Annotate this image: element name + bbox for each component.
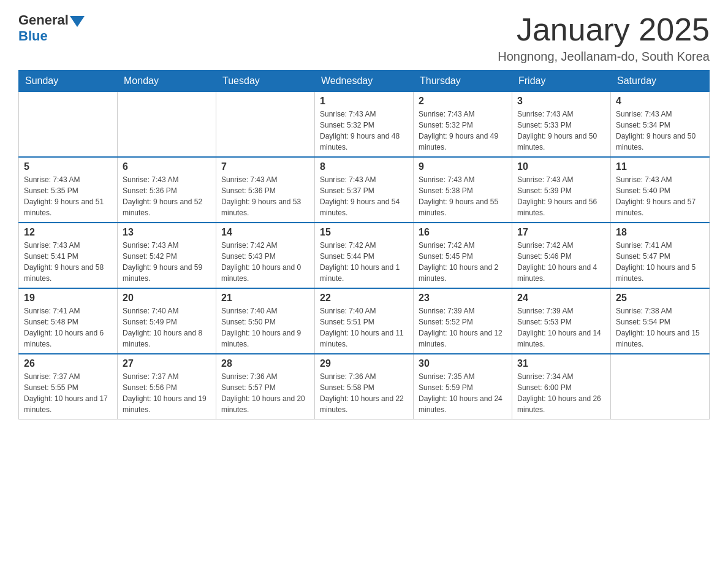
day-number: 10: [517, 161, 605, 172]
calendar-week-row: 26Sunrise: 7:37 AM Sunset: 5:55 PM Dayli…: [19, 354, 710, 419]
calendar-cell: 7Sunrise: 7:43 AM Sunset: 5:36 PM Daylig…: [216, 157, 315, 223]
day-number: 29: [320, 358, 408, 369]
calendar-cell: 17Sunrise: 7:42 AM Sunset: 5:46 PM Dayli…: [512, 223, 611, 288]
day-number: 25: [616, 293, 704, 304]
day-info: Sunrise: 7:43 AM Sunset: 5:34 PM Dayligh…: [616, 109, 704, 153]
calendar-cell: 15Sunrise: 7:42 AM Sunset: 5:44 PM Dayli…: [315, 223, 414, 288]
day-info: Sunrise: 7:40 AM Sunset: 5:50 PM Dayligh…: [221, 305, 309, 350]
day-number: 24: [517, 293, 605, 304]
day-info: Sunrise: 7:36 AM Sunset: 5:58 PM Dayligh…: [320, 371, 408, 415]
calendar-cell: 6Sunrise: 7:43 AM Sunset: 5:36 PM Daylig…: [118, 157, 216, 223]
calendar-cell: 23Sunrise: 7:39 AM Sunset: 5:52 PM Dayli…: [414, 288, 512, 354]
calendar-week-row: 5Sunrise: 7:43 AM Sunset: 5:35 PM Daylig…: [19, 157, 710, 223]
weekday-header-tuesday: Tuesday: [216, 71, 315, 92]
day-info: Sunrise: 7:41 AM Sunset: 5:47 PM Dayligh…: [616, 240, 704, 284]
day-info: Sunrise: 7:39 AM Sunset: 5:53 PM Dayligh…: [517, 305, 605, 350]
calendar-cell: 21Sunrise: 7:40 AM Sunset: 5:50 PM Dayli…: [216, 288, 315, 354]
calendar-cell: 14Sunrise: 7:42 AM Sunset: 5:43 PM Dayli…: [216, 223, 315, 288]
day-info: Sunrise: 7:43 AM Sunset: 5:36 PM Dayligh…: [123, 174, 211, 218]
weekday-header-friday: Friday: [512, 71, 611, 92]
day-number: 16: [419, 227, 507, 238]
calendar-cell: 18Sunrise: 7:41 AM Sunset: 5:47 PM Dayli…: [611, 223, 710, 288]
calendar-week-row: 12Sunrise: 7:43 AM Sunset: 5:41 PM Dayli…: [19, 223, 710, 288]
day-number: 12: [24, 227, 112, 238]
logo-triangle-icon: [70, 16, 85, 27]
calendar-header-row: SundayMondayTuesdayWednesdayThursdayFrid…: [19, 71, 710, 92]
day-number: 20: [123, 293, 211, 304]
day-number: 3: [517, 96, 605, 107]
day-info: Sunrise: 7:35 AM Sunset: 5:59 PM Dayligh…: [419, 371, 507, 415]
day-number: 27: [123, 358, 211, 369]
day-number: 6: [123, 161, 211, 172]
calendar-cell: [19, 92, 118, 158]
day-number: 1: [320, 96, 408, 107]
day-number: 30: [419, 358, 507, 369]
calendar-cell: 29Sunrise: 7:36 AM Sunset: 5:58 PM Dayli…: [315, 354, 414, 419]
day-number: 22: [320, 293, 408, 304]
calendar-cell: 28Sunrise: 7:36 AM Sunset: 5:57 PM Dayli…: [216, 354, 315, 419]
day-number: 7: [221, 161, 309, 172]
calendar-cell: 20Sunrise: 7:40 AM Sunset: 5:49 PM Dayli…: [118, 288, 216, 354]
calendar-cell: 2Sunrise: 7:43 AM Sunset: 5:32 PM Daylig…: [414, 92, 512, 158]
day-info: Sunrise: 7:43 AM Sunset: 5:39 PM Dayligh…: [517, 174, 605, 218]
calendar-cell: 25Sunrise: 7:38 AM Sunset: 5:54 PM Dayli…: [611, 288, 710, 354]
day-info: Sunrise: 7:42 AM Sunset: 5:44 PM Dayligh…: [320, 240, 408, 284]
day-number: 4: [616, 96, 704, 107]
calendar-cell: [118, 92, 216, 158]
calendar-cell: 26Sunrise: 7:37 AM Sunset: 5:55 PM Dayli…: [19, 354, 118, 419]
day-number: 5: [24, 161, 112, 172]
calendar-cell: 8Sunrise: 7:43 AM Sunset: 5:37 PM Daylig…: [315, 157, 414, 223]
day-info: Sunrise: 7:42 AM Sunset: 5:45 PM Dayligh…: [419, 240, 507, 284]
weekday-header-thursday: Thursday: [414, 71, 512, 92]
day-info: Sunrise: 7:43 AM Sunset: 5:41 PM Dayligh…: [24, 240, 112, 284]
page-header: General Blue January 2025 Hongnong, Jeol…: [18, 12, 710, 64]
day-number: 15: [320, 227, 408, 238]
day-number: 18: [616, 227, 704, 238]
day-info: Sunrise: 7:41 AM Sunset: 5:48 PM Dayligh…: [24, 305, 112, 350]
day-number: 11: [616, 161, 704, 172]
day-info: Sunrise: 7:42 AM Sunset: 5:43 PM Dayligh…: [221, 240, 309, 284]
day-info: Sunrise: 7:37 AM Sunset: 5:56 PM Dayligh…: [123, 371, 211, 415]
day-number: 17: [517, 227, 605, 238]
day-info: Sunrise: 7:43 AM Sunset: 5:35 PM Dayligh…: [24, 174, 112, 218]
weekday-header-monday: Monday: [118, 71, 216, 92]
day-number: 31: [517, 358, 605, 369]
day-info: Sunrise: 7:43 AM Sunset: 5:32 PM Dayligh…: [419, 109, 507, 153]
day-number: 21: [221, 293, 309, 304]
calendar-cell: 3Sunrise: 7:43 AM Sunset: 5:33 PM Daylig…: [512, 92, 611, 158]
day-info: Sunrise: 7:40 AM Sunset: 5:51 PM Dayligh…: [320, 305, 408, 350]
calendar-cell: 16Sunrise: 7:42 AM Sunset: 5:45 PM Dayli…: [414, 223, 512, 288]
day-info: Sunrise: 7:43 AM Sunset: 5:32 PM Dayligh…: [320, 109, 408, 153]
calendar-week-row: 1Sunrise: 7:43 AM Sunset: 5:32 PM Daylig…: [19, 92, 710, 158]
calendar-cell: 4Sunrise: 7:43 AM Sunset: 5:34 PM Daylig…: [611, 92, 710, 158]
calendar-cell: 19Sunrise: 7:41 AM Sunset: 5:48 PM Dayli…: [19, 288, 118, 354]
calendar-cell: 10Sunrise: 7:43 AM Sunset: 5:39 PM Dayli…: [512, 157, 611, 223]
day-info: Sunrise: 7:42 AM Sunset: 5:46 PM Dayligh…: [517, 240, 605, 284]
weekday-header-sunday: Sunday: [19, 71, 118, 92]
day-number: 9: [419, 161, 507, 172]
day-info: Sunrise: 7:43 AM Sunset: 5:38 PM Dayligh…: [419, 174, 507, 218]
calendar-cell: 13Sunrise: 7:43 AM Sunset: 5:42 PM Dayli…: [118, 223, 216, 288]
day-number: 23: [419, 293, 507, 304]
calendar-cell: 5Sunrise: 7:43 AM Sunset: 5:35 PM Daylig…: [19, 157, 118, 223]
day-info: Sunrise: 7:34 AM Sunset: 6:00 PM Dayligh…: [517, 371, 605, 415]
day-number: 8: [320, 161, 408, 172]
calendar-table: SundayMondayTuesdayWednesdayThursdayFrid…: [18, 70, 710, 419]
day-number: 19: [24, 293, 112, 304]
calendar-cell: 30Sunrise: 7:35 AM Sunset: 5:59 PM Dayli…: [414, 354, 512, 419]
calendar-cell: 11Sunrise: 7:43 AM Sunset: 5:40 PM Dayli…: [611, 157, 710, 223]
day-info: Sunrise: 7:36 AM Sunset: 5:57 PM Dayligh…: [221, 371, 309, 415]
calendar-cell: [216, 92, 315, 158]
logo: General Blue: [18, 12, 85, 44]
calendar-cell: 12Sunrise: 7:43 AM Sunset: 5:41 PM Dayli…: [19, 223, 118, 288]
weekday-header-saturday: Saturday: [611, 71, 710, 92]
calendar-week-row: 19Sunrise: 7:41 AM Sunset: 5:48 PM Dayli…: [19, 288, 710, 354]
day-number: 14: [221, 227, 309, 238]
day-info: Sunrise: 7:43 AM Sunset: 5:33 PM Dayligh…: [517, 109, 605, 153]
logo-blue-text: Blue: [18, 28, 85, 44]
calendar-cell: 27Sunrise: 7:37 AM Sunset: 5:56 PM Dayli…: [118, 354, 216, 419]
calendar-cell: 9Sunrise: 7:43 AM Sunset: 5:38 PM Daylig…: [414, 157, 512, 223]
day-info: Sunrise: 7:39 AM Sunset: 5:52 PM Dayligh…: [419, 305, 507, 350]
calendar-cell: 22Sunrise: 7:40 AM Sunset: 5:51 PM Dayli…: [315, 288, 414, 354]
day-number: 13: [123, 227, 211, 238]
